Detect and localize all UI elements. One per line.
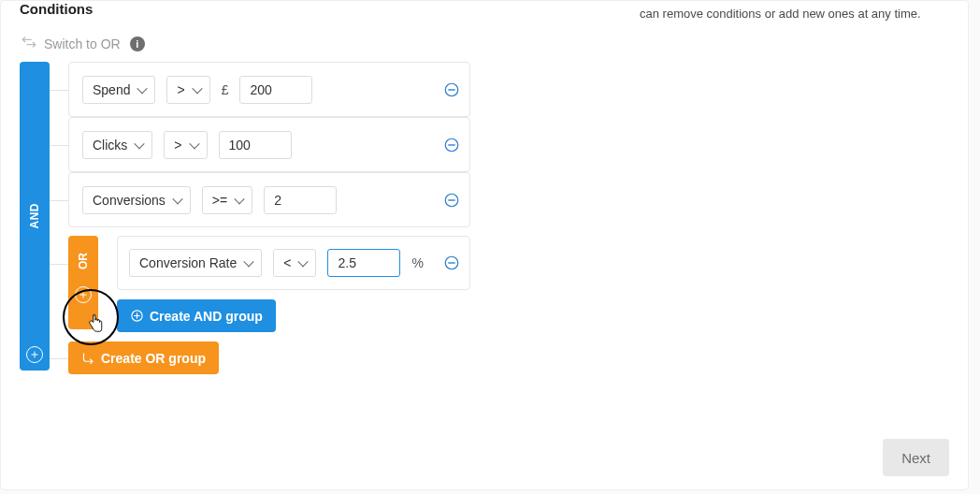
metric-select[interactable]: Conversion Rate	[129, 249, 262, 277]
operator-select[interactable]: >	[166, 76, 209, 104]
condition-row: Conversions >=	[68, 172, 470, 227]
condition-builder: + AND Spend > £	[20, 62, 470, 374]
hint-text: can remove conditions or add new ones at…	[640, 7, 921, 21]
or-group-rail: OR	[68, 236, 98, 329]
or-rail-add-button[interactable]	[75, 286, 92, 303]
condition-row: Spend > £	[68, 62, 470, 117]
create-or-row: Create OR group	[68, 341, 470, 374]
page-title: Conditions	[20, 1, 93, 17]
or-subgroup-wrap: OR Conversion Rate <	[68, 236, 470, 332]
create-or-group-button[interactable]: Create OR group	[68, 341, 219, 374]
operator-select[interactable]: >	[164, 131, 207, 159]
or-label: OR	[77, 253, 90, 269]
metric-select[interactable]: Conversions	[82, 186, 191, 214]
value-input[interactable]	[264, 186, 337, 214]
create-and-group-button[interactable]: Create AND group	[117, 299, 276, 332]
switch-or-label: Switch to OR	[44, 36, 121, 51]
currency-label: £	[222, 82, 229, 97]
and-label: AND	[28, 203, 41, 229]
unit-label: %	[411, 255, 423, 270]
value-input[interactable]	[327, 249, 400, 277]
metric-select[interactable]: Spend	[82, 76, 155, 104]
swap-icon	[22, 35, 36, 52]
remove-condition-button[interactable]	[443, 137, 460, 153]
remove-condition-button[interactable]	[443, 254, 460, 271]
remove-condition-button[interactable]	[443, 192, 460, 209]
remove-condition-button[interactable]	[443, 81, 460, 98]
value-input[interactable]	[219, 131, 292, 159]
and-rail-add-button[interactable]	[26, 346, 43, 363]
metric-select[interactable]: Clicks	[82, 131, 152, 159]
value-input[interactable]	[239, 76, 312, 104]
switch-or-toggle[interactable]: Switch to OR i	[22, 35, 145, 52]
info-icon[interactable]: i	[130, 36, 145, 51]
operator-select[interactable]: >=	[202, 186, 252, 214]
next-button[interactable]: Next	[883, 439, 949, 476]
condition-row: Clicks >	[68, 117, 470, 172]
condition-rows: Spend > £ Clicks	[50, 62, 470, 374]
and-group-rail: + AND	[20, 62, 50, 370]
operator-select[interactable]: <	[273, 249, 316, 277]
